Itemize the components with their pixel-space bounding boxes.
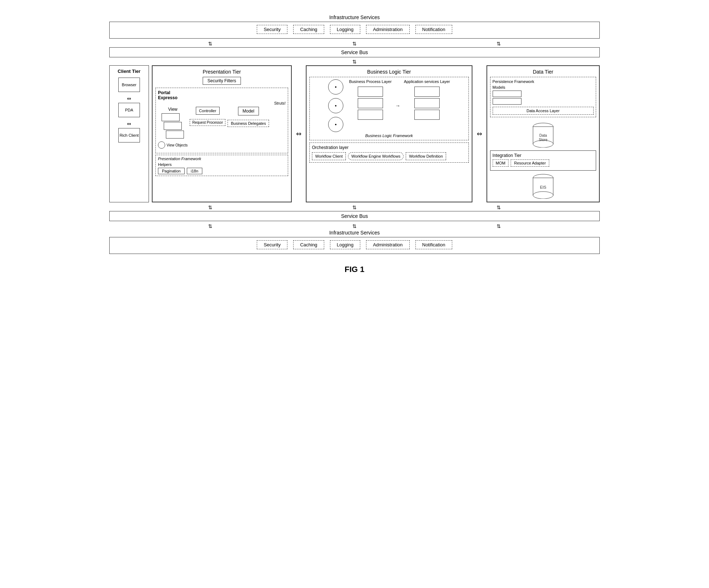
integration-tier-label: Integration Tier [493, 153, 594, 158]
bl-circle-3: ● [328, 117, 343, 132]
data-store-cylinder: Data Store [532, 122, 554, 148]
view-stack [162, 113, 184, 139]
helpers-label: Helpers [158, 162, 286, 167]
b-arrow-3: ⇅ [497, 205, 501, 210]
view-col: View View Objects [158, 107, 188, 149]
bp-rect-3 [358, 110, 383, 120]
bl-circle-2: ● [328, 98, 343, 113]
bus-data-arrow: ⇔ [475, 65, 484, 202]
persistence-framework-box: Persistence Framework Models Data Access… [490, 77, 596, 117]
controller-col: Controller Request Processor [190, 107, 225, 126]
client-tier: Client Tier Browser ⇔ PDA ⇔ Rich Client [109, 65, 149, 202]
b-arrow-5: ⇅ [352, 223, 357, 229]
rich-client-device: Rich Client [118, 128, 140, 142]
top-infra-caching: Caching [293, 25, 324, 34]
svg-point-7 [533, 192, 553, 199]
struts-label: Struts! [158, 101, 286, 105]
bl-inner-box: ● ● ● Business Process Layer → [309, 77, 469, 140]
bl-arrow: → [395, 79, 400, 132]
bottom-infra-security: Security [257, 240, 287, 249]
main-tiers: Client Tier Browser ⇔ PDA ⇔ Rich Client … [109, 65, 600, 202]
security-filters-row: Security Filters [155, 77, 288, 86]
portal-label: Portal Expresso [158, 90, 286, 100]
persistence-framework-label: Persistence Framework [493, 79, 594, 84]
data-store-row: Data Store [532, 122, 554, 148]
view-label: View [168, 107, 177, 112]
models-section: Models [493, 85, 594, 105]
workflow-client-item: Workflow Client [312, 152, 346, 160]
diagram: Infrastructure Services Security Caching… [102, 7, 607, 281]
bp-rect-1 [358, 87, 383, 97]
bottom-infra-administration: Administration [366, 240, 409, 249]
bottom-infra-logging: Logging [330, 240, 360, 249]
mom-item: MOM [493, 159, 509, 167]
bottom-infra-notification: Notification [415, 240, 452, 249]
model-col: Model Business Delegates [228, 107, 269, 127]
top-arrows-1: ⇅ ⇅ ⇅ [109, 40, 600, 47]
fig-label: FIG 1 [109, 265, 600, 274]
double-arrow-horiz: ⇔ [296, 130, 301, 138]
pagination-item: Pagination [158, 168, 185, 174]
pda-device: PDA [118, 103, 140, 117]
model-rect-2 [493, 98, 521, 105]
business-tier: Business Logic Tier ● ● ● Business Proce… [306, 65, 472, 202]
request-processor-box: Request Processor [190, 119, 225, 126]
pres-bus-arrow: ⇔ [295, 65, 303, 202]
svg-text:EIS: EIS [540, 185, 546, 189]
bl-circle-1: ● [328, 79, 343, 95]
top-infra-title: Infrastructure Services [109, 14, 600, 20]
eis-row: EIS [532, 174, 554, 199]
models-label: Models [493, 85, 594, 89]
presentation-tier: Presentation Tier Security Filters Porta… [152, 65, 292, 202]
bl-layers-row: ● ● ● Business Process Layer → [312, 79, 466, 132]
presentation-framework-box: Presentation Framework Helpers Paginatio… [155, 155, 288, 176]
app-services-layer: Application services Layer [404, 79, 450, 132]
bl-framework-label: Business Logic Framework [312, 133, 466, 138]
bottom-infra-caching: Caching [293, 240, 324, 249]
business-delegates-box: Business Delegates [228, 120, 269, 127]
view-item-1 [162, 113, 180, 121]
top-infra-logging: Logging [330, 25, 360, 34]
orch-items: Workflow Client Workflow Engine Workflow… [312, 152, 466, 160]
browser-device: Browser [118, 78, 140, 92]
helpers-section: Helpers Pagination i18n [158, 162, 286, 174]
bl-circles-col: ● ● ● [328, 79, 345, 132]
top-infra-section: Infrastructure Services Security Caching… [109, 14, 600, 39]
double-arrow-horiz-2: ⇔ [477, 130, 482, 138]
bp-rect-2 [358, 98, 383, 108]
dal-section: Data Access Layer [493, 107, 594, 115]
view-objects-row: View Objects [158, 141, 188, 149]
as-rect-1 [414, 87, 440, 97]
arrow-1: ⇅ [208, 41, 212, 47]
view-item-2 [164, 122, 182, 130]
dal-label: Data Access Layer [494, 109, 592, 113]
top-infra-notification: Notification [415, 25, 452, 34]
portal-expresso-section: Portal Expresso Struts! View [155, 88, 288, 153]
orchestration-layer: Orchestration layer Workflow Client Work… [309, 142, 469, 163]
b-arrow-2: ⇅ [352, 205, 357, 210]
model-rect-1 [493, 91, 521, 97]
mvc-row: View View Objects Controller [158, 107, 286, 149]
bottom-arrows-2: ⇅ ⇅ ⇅ [109, 223, 600, 230]
top-infra-administration: Administration [366, 25, 409, 34]
business-process-layer: Business Process Layer [349, 79, 392, 132]
data-tier: Data Tier Persistence Framework Models [486, 65, 600, 202]
integration-tier-box: Integration Tier MOM Resource Adapter [490, 150, 596, 171]
resource-adapter-item: Resource Adapter [511, 159, 549, 167]
bottom-service-bus: Service Bus [109, 211, 600, 221]
top-infra-security: Security [257, 25, 287, 34]
helpers-items: Pagination i18n [158, 168, 286, 174]
b-arrow-6: ⇅ [497, 223, 501, 229]
data-tier-label: Data Tier [490, 69, 596, 75]
bottom-infra-section: Infrastructure Services Security Caching… [109, 230, 600, 254]
b-arrow-4: ⇅ [208, 223, 212, 229]
client-double-arrow-2: ⇔ [127, 121, 131, 127]
view-circle-icon [158, 141, 165, 149]
as-rect-3 [414, 110, 440, 120]
client-double-arrow: ⇔ [127, 96, 131, 101]
eis-cylinder: EIS [532, 174, 554, 199]
bottom-infra-title: Infrastructure Services [109, 230, 600, 236]
security-filters-box: Security Filters [203, 77, 241, 85]
model-box: Model [238, 107, 259, 115]
int-items: MOM Resource Adapter [493, 159, 594, 167]
